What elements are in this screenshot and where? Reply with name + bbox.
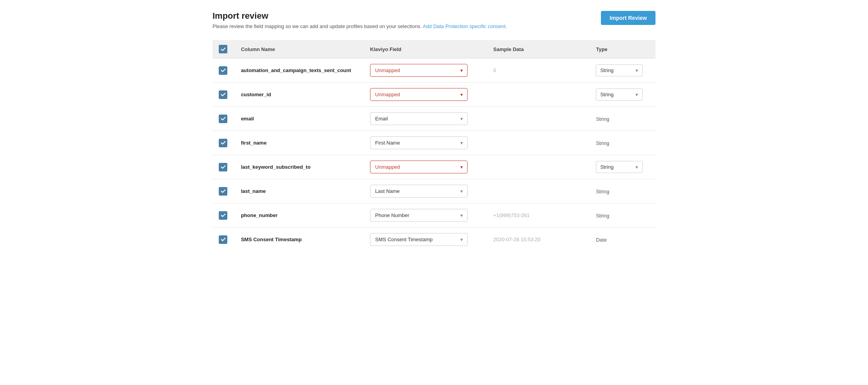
page-container: Import review Please review the field ma…: [200, 0, 668, 262]
sample-data: [487, 107, 590, 131]
type-cell: StringDateNumberBoolean▼: [590, 83, 655, 107]
import-review-button[interactable]: Import Review: [601, 11, 655, 25]
col-header-klaviyo-field: Klaviyo Field: [364, 40, 487, 58]
page-header: Import review Please review the field ma…: [213, 11, 655, 29]
klaviyo-field-select[interactable]: UnmappedEmailFirst NameLast NamePhone Nu…: [370, 209, 468, 222]
sample-data: [487, 131, 590, 155]
sample-data: 0: [487, 58, 590, 83]
table-row: automation_and_campaign_texts_sent_count…: [213, 58, 655, 83]
klaviyo-field-cell: UnmappedEmailFirst NameLast NamePhone Nu…: [364, 179, 487, 203]
type-cell: String: [590, 131, 655, 155]
row-checkbox-cell: [213, 131, 235, 155]
klaviyo-field-select[interactable]: UnmappedEmailFirst NameLast NamePhone Nu…: [370, 112, 468, 125]
table-row: last_nameUnmappedEmailFirst NameLast Nam…: [213, 179, 655, 203]
row-checkbox-cell: [213, 228, 235, 252]
klaviyo-field-select[interactable]: UnmappedEmailFirst NameLast NamePhone Nu…: [370, 161, 468, 173]
col-header-checkbox: [213, 40, 235, 58]
type-select[interactable]: StringDateNumberBoolean: [596, 88, 643, 101]
table-row: emailUnmappedEmailFirst NameLast NamePho…: [213, 107, 655, 131]
sample-data: [487, 83, 590, 107]
column-name: first_name: [235, 131, 364, 155]
row-checkbox[interactable]: [219, 235, 227, 244]
column-name: last_name: [235, 179, 364, 203]
type-cell: String: [590, 107, 655, 131]
row-checkbox-cell: [213, 107, 235, 131]
sample-data: [487, 155, 590, 179]
sample-data: +1(999)753-261: [487, 203, 590, 228]
col-header-sample-data: Sample Data: [487, 40, 590, 58]
klaviyo-field-cell: UnmappedEmailFirst NameLast NamePhone Nu…: [364, 203, 487, 228]
col-header-column-name: Column Name: [235, 40, 364, 58]
klaviyo-field-cell: UnmappedEmailFirst NameLast NamePhone Nu…: [364, 155, 487, 179]
row-checkbox[interactable]: [219, 115, 227, 123]
column-name: SMS Consent Timestamp: [235, 228, 364, 252]
row-checkbox-cell: [213, 203, 235, 228]
type-label: String: [596, 140, 609, 146]
column-name: last_keyword_subscribed_to: [235, 155, 364, 179]
import-table: Column Name Klaviyo Field Sample Data Ty…: [213, 40, 655, 251]
sample-data: [487, 179, 590, 203]
type-select[interactable]: StringDateNumberBoolean: [596, 161, 643, 173]
row-checkbox[interactable]: [219, 90, 227, 99]
column-name: customer_id: [235, 83, 364, 107]
row-checkbox[interactable]: [219, 66, 227, 75]
header-checkbox[interactable]: [219, 45, 227, 53]
column-name: automation_and_campaign_texts_sent_count: [235, 58, 364, 83]
row-checkbox-cell: [213, 155, 235, 179]
type-label: String: [596, 116, 609, 122]
row-checkbox-cell: [213, 179, 235, 203]
klaviyo-field-select[interactable]: UnmappedEmailFirst NameLast NamePhone Nu…: [370, 136, 468, 149]
row-checkbox-cell: [213, 58, 235, 83]
page-description: Please review the field mapping so we ca…: [213, 23, 507, 29]
type-cell: String: [590, 203, 655, 228]
column-name: phone_number: [235, 203, 364, 228]
table-row: customer_idUnmappedEmailFirst NameLast N…: [213, 83, 655, 107]
row-checkbox[interactable]: [219, 211, 227, 220]
klaviyo-field-select[interactable]: UnmappedEmailFirst NameLast NamePhone Nu…: [370, 64, 468, 77]
sample-data: 2020-07-28 15:53:20: [487, 228, 590, 252]
klaviyo-field-cell: UnmappedEmailFirst NameLast NamePhone Nu…: [364, 58, 487, 83]
page-title: Import review: [213, 11, 507, 21]
header-left: Import review Please review the field ma…: [213, 11, 507, 29]
data-protection-link[interactable]: Add Data Protection specific consent.: [423, 23, 507, 29]
type-cell: StringDateNumberBoolean▼: [590, 155, 655, 179]
type-select[interactable]: StringDateNumberBoolean: [596, 64, 643, 76]
column-name: email: [235, 107, 364, 131]
col-header-type: Type: [590, 40, 655, 58]
type-cell: Date: [590, 228, 655, 252]
table-header-row: Column Name Klaviyo Field Sample Data Ty…: [213, 40, 655, 58]
type-cell: String: [590, 179, 655, 203]
klaviyo-field-cell: UnmappedEmailFirst NameLast NamePhone Nu…: [364, 83, 487, 107]
klaviyo-field-cell: UnmappedEmailFirst NameLast NamePhone Nu…: [364, 107, 487, 131]
row-checkbox[interactable]: [219, 163, 227, 171]
table-row: last_keyword_subscribed_toUnmappedEmailF…: [213, 155, 655, 179]
type-label: String: [596, 189, 609, 194]
klaviyo-field-cell: UnmappedEmailFirst NameLast NamePhone Nu…: [364, 131, 487, 155]
type-label: Date: [596, 237, 606, 243]
klaviyo-field-cell: UnmappedEmailFirst NameLast NamePhone Nu…: [364, 228, 487, 252]
table-row: SMS Consent TimestampUnmappedEmailFirst …: [213, 228, 655, 252]
klaviyo-field-select[interactable]: UnmappedEmailFirst NameLast NamePhone Nu…: [370, 185, 468, 198]
row-checkbox[interactable]: [219, 139, 227, 147]
klaviyo-field-select[interactable]: UnmappedEmailFirst NameLast NamePhone Nu…: [370, 88, 468, 101]
table-row: phone_numberUnmappedEmailFirst NameLast …: [213, 203, 655, 228]
row-checkbox-cell: [213, 83, 235, 107]
row-checkbox[interactable]: [219, 187, 227, 196]
type-cell: StringDateNumberBoolean▼: [590, 58, 655, 83]
type-label: String: [596, 213, 609, 219]
klaviyo-field-select[interactable]: UnmappedEmailFirst NameLast NamePhone Nu…: [370, 233, 468, 246]
table-row: first_nameUnmappedEmailFirst NameLast Na…: [213, 131, 655, 155]
